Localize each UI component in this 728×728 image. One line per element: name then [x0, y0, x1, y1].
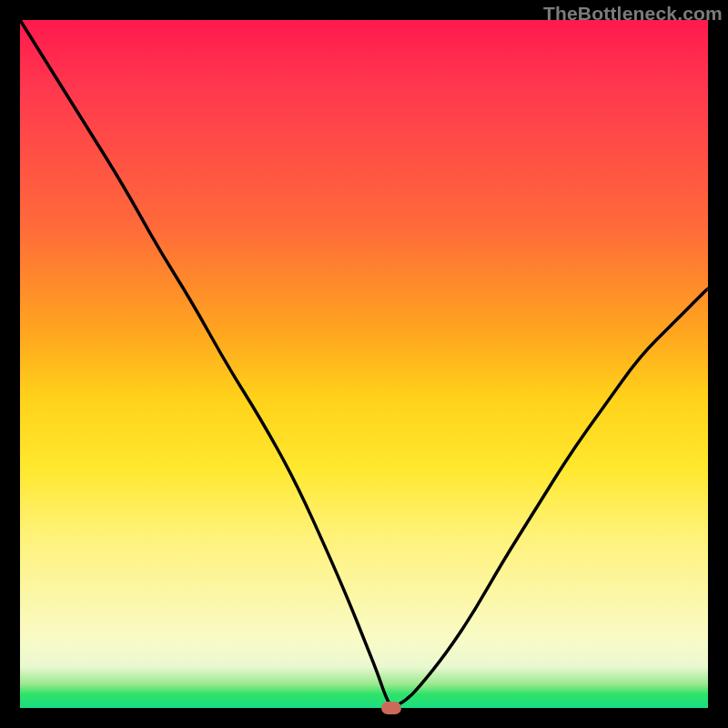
mismatch-curve — [20, 20, 708, 708]
watermark-text: TheBottleneck.com — [543, 3, 723, 25]
optimum-marker — [381, 702, 401, 714]
plot-area — [20, 20, 708, 708]
chart-stage: TheBottleneck.com — [0, 0, 728, 728]
mismatch-curve-path — [20, 20, 708, 705]
